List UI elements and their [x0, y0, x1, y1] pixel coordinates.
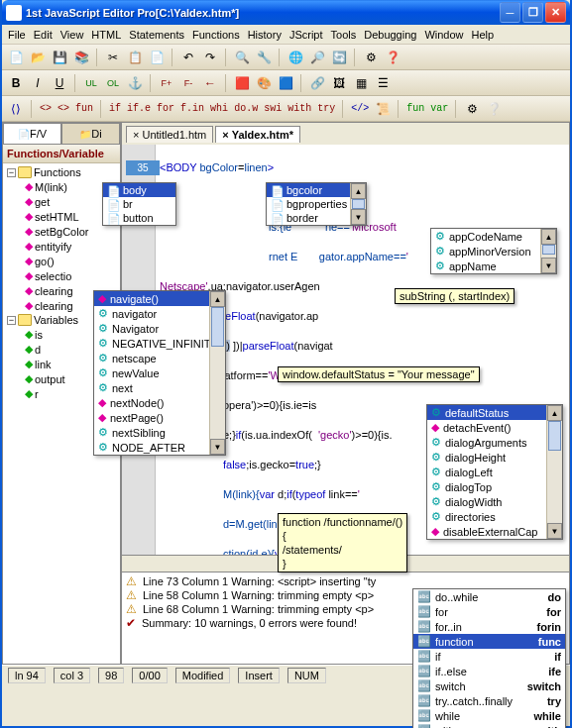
save-icon[interactable]: 💾	[50, 48, 69, 67]
preview-icon[interactable]: 🔎	[307, 48, 327, 67]
stmt-dow[interactable]: do.w	[232, 103, 260, 114]
scroll-down-icon[interactable]: ▼	[547, 523, 562, 539]
find-icon[interactable]: 🔍	[232, 48, 252, 67]
popup-item[interactable]: ⚙Navigator	[94, 321, 225, 336]
popup-item[interactable]: ⚙dialogWidth	[427, 494, 562, 509]
gear-icon[interactable]: ⚙	[462, 99, 482, 119]
popup-item[interactable]: ⚙directories	[427, 509, 562, 524]
popup-item[interactable]: ⚙appName	[431, 259, 556, 273]
scroll-up-icon[interactable]: ▲	[210, 291, 225, 307]
tab-close-icon[interactable]: ×	[222, 129, 228, 141]
popup-item[interactable]: 🔤forfor	[413, 604, 565, 619]
help2-icon[interactable]: ❔	[484, 99, 504, 119]
popup-item[interactable]: ◆disableExternalCap	[427, 524, 562, 539]
stmt-tag2[interactable]: <>	[56, 103, 71, 114]
menu-view[interactable]: View	[60, 29, 84, 41]
underline-button[interactable]: U	[50, 73, 69, 93]
fill-icon[interactable]: 🟦	[276, 73, 295, 93]
tag-icon[interactable]: ⟨⟩	[6, 99, 26, 119]
stmt-ife[interactable]: if.e	[125, 103, 153, 114]
menu-statements[interactable]: Statements	[129, 29, 184, 41]
scroll-down-icon[interactable]: ▼	[210, 439, 225, 455]
popup-item[interactable]: ⚙next	[94, 380, 225, 395]
popup-item[interactable]: ⚙dialogTop	[427, 479, 562, 494]
new-icon[interactable]: 📄	[6, 48, 26, 67]
popup-item[interactable]: ⚙NODE_AFTER	[94, 440, 225, 455]
popup-item[interactable]: 🔤for..inforin	[413, 619, 565, 634]
scrollbar[interactable]: ▲▼	[350, 183, 366, 225]
popup-item[interactable]: ⚙nextSibling	[94, 425, 225, 440]
close-button[interactable]: ✕	[545, 2, 566, 23]
popup-item[interactable]: ⚙navigator	[94, 306, 225, 321]
popup-item[interactable]: ⚙appMinorVersion	[431, 244, 556, 259]
tab-di[interactable]: 📁 Di	[61, 123, 120, 145]
autocomplete-popup-dialog[interactable]: ⚙defaultStatus ◆detachEvent() ⚙dialogArg…	[426, 404, 563, 540]
stmt-fun[interactable]: fun	[73, 103, 95, 114]
font-inc-button[interactable]: F+	[157, 73, 176, 93]
scroll-thumb[interactable]	[211, 307, 224, 347]
stmt-for[interactable]: for	[155, 103, 176, 114]
minimize-button[interactable]: ─	[500, 2, 520, 23]
anchor-icon[interactable]: ⚓	[125, 73, 145, 93]
tab-fv[interactable]: 📄 F/V	[3, 123, 61, 145]
bold-button[interactable]: B	[6, 73, 26, 93]
popup-item[interactable]: 🔤if..elseife	[413, 664, 565, 678]
tree-item[interactable]: ◆entityify	[3, 239, 120, 254]
image-icon[interactable]: 🖼	[329, 73, 349, 93]
tree-item[interactable]: ◆selectio	[3, 268, 120, 283]
menu-file[interactable]: File	[8, 29, 26, 41]
palette-icon[interactable]: 🎨	[254, 73, 274, 93]
popup-item[interactable]: ◆detachEvent()	[427, 420, 562, 435]
popup-item[interactable]: 🔤withwith	[413, 723, 565, 728]
copy-icon[interactable]: 📋	[125, 48, 145, 67]
tree-item[interactable]: ◆go()	[3, 254, 120, 268]
editor-tab-yaldex[interactable]: ×Yaldex.htm*	[215, 126, 300, 143]
autocomplete-popup-body[interactable]: 📄body 📄br 📄button	[102, 182, 176, 226]
font-dec-button[interactable]: F-	[178, 73, 198, 93]
popup-item[interactable]: ⚙netscape	[94, 351, 225, 365]
popup-item[interactable]: ⚙defaultStatus	[427, 405, 562, 420]
undo-icon[interactable]: ↶	[178, 48, 198, 67]
stmt-whi[interactable]: whi	[208, 103, 230, 114]
table-icon[interactable]: ▦	[351, 73, 371, 93]
maximize-button[interactable]: ❐	[522, 2, 543, 23]
popup-item[interactable]: 🔤switchswitch	[413, 678, 565, 693]
scroll-up-icon[interactable]: ▲	[351, 183, 366, 199]
autocomplete-popup-nav[interactable]: ◆navigate() ⚙navigator ⚙Navigator ⚙NEGAT…	[93, 290, 226, 456]
popup-item[interactable]: ⚙dialogArguments	[427, 435, 562, 450]
autocomplete-popup-statements[interactable]: 🔤do..whiledo 🔤forfor 🔤for..inforin 🔤func…	[412, 588, 566, 728]
popup-item[interactable]: 🔤try..catch..finallytry	[413, 693, 565, 708]
redo-icon[interactable]: ↷	[200, 48, 220, 67]
popup-item[interactable]: 🔤do..whiledo	[413, 589, 565, 604]
cr-button[interactable]: ←	[200, 73, 220, 93]
italic-button[interactable]: I	[28, 73, 48, 93]
popup-item[interactable]: 🔤whilewhile	[413, 708, 565, 723]
scrollbar[interactable]: ▲▼	[209, 291, 225, 455]
scroll-up-icon[interactable]: ▲	[541, 229, 556, 245]
paste-icon[interactable]: 📄	[147, 48, 167, 67]
popup-item[interactable]: ⚙newValue	[94, 365, 225, 380]
scrollbar[interactable]: ▲▼	[540, 229, 556, 273]
popup-item[interactable]: ⚙NEGATIVE_INFINITY	[94, 336, 225, 351]
stmt-with[interactable]: with	[286, 103, 313, 114]
cut-icon[interactable]: ✂	[103, 48, 123, 67]
color-icon[interactable]: 🟥	[232, 73, 252, 93]
stmt-closetag[interactable]: </>	[349, 103, 371, 114]
menu-tools[interactable]: Tools	[331, 29, 357, 41]
script-icon[interactable]: 📜	[373, 99, 393, 119]
stmt-if[interactable]: if	[107, 103, 123, 114]
menu-window[interactable]: Window	[424, 29, 463, 41]
stmt-swi[interactable]: swi	[262, 103, 284, 114]
popup-item[interactable]: ◆navigate()	[94, 291, 225, 306]
stmt-tag[interactable]: <>	[38, 103, 54, 114]
editor-tab-untitled[interactable]: ×Untitled1.htm	[126, 126, 213, 143]
link-icon[interactable]: 🔗	[307, 73, 327, 93]
stmt-fin[interactable]: f.in	[178, 103, 206, 114]
stmt-try[interactable]: try	[315, 103, 337, 114]
browser-icon[interactable]: 🌐	[286, 48, 305, 67]
scroll-thumb[interactable]	[542, 245, 555, 255]
open-icon[interactable]: 📂	[28, 48, 48, 67]
popup-item[interactable]: 📄button	[103, 211, 175, 225]
help-icon[interactable]: ❓	[383, 48, 402, 67]
menu-history[interactable]: History	[248, 29, 282, 41]
